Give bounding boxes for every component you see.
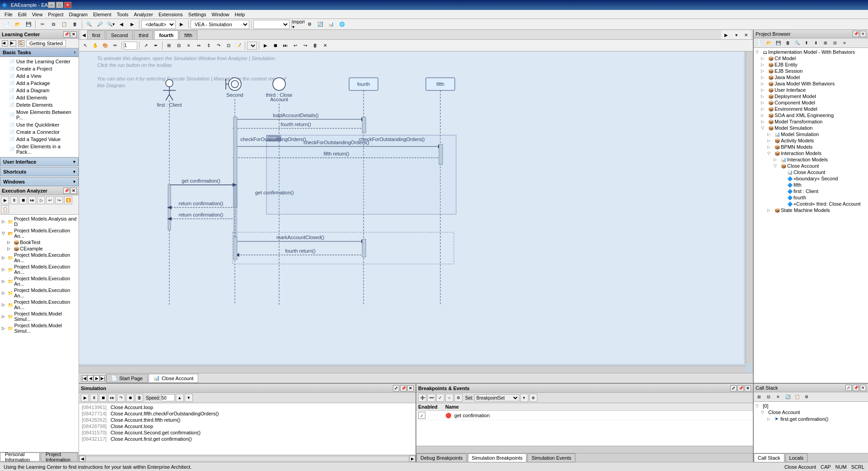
cs-tab-call-stack[interactable]: Call Stack: [754, 453, 784, 462]
pb-ui[interactable]: ▷ 📦 User Interface: [755, 87, 867, 93]
ea-tree-item-10[interactable]: ▷ 📁 Project Models.Model Simul...: [1, 322, 78, 334]
sim-row-0[interactable]: [08413961] Close Account.loop: [80, 404, 415, 410]
sim-expand-btn[interactable]: ⤢: [393, 385, 399, 391]
task-use-learning-center[interactable]: 📄Use the Learning Center: [0, 58, 79, 65]
pb-model-xform[interactable]: ▷ 📦 Model Transformation: [755, 118, 867, 125]
expand-4[interactable]: ▷: [2, 255, 7, 260]
ea-step-btn[interactable]: ⏭: [28, 196, 36, 204]
ea-tree-item-7[interactable]: ▷ 📁 Project Models.Execution An...: [1, 287, 78, 299]
vscrollbar[interactable]: [746, 52, 753, 364]
pb-expand-java[interactable]: ▷: [761, 75, 767, 80]
more-btn1[interactable]: ⚙: [304, 20, 314, 29]
pb-expand-ca[interactable]: ▽: [774, 164, 780, 168]
task-order-elements[interactable]: 📄Order Elements in a Pack...: [0, 143, 79, 155]
diag-zoom-fit-btn[interactable]: ⊡: [224, 41, 233, 50]
zoom-level-input[interactable]: [124, 42, 137, 50]
pb-deploy[interactable]: ▷ 📦 Deployment Model: [755, 93, 867, 99]
pb-expand-xform[interactable]: ▷: [761, 119, 767, 124]
pb-fourth[interactable]: 🔷 fourth: [755, 194, 867, 201]
pb-impl-model[interactable]: ▽ 🗂 Implementation Model - With Behavior…: [755, 49, 867, 55]
basic-tasks-fold[interactable]: ▾: [74, 50, 76, 55]
cs-item-0[interactable]: ▽ [0]: [755, 403, 867, 409]
diag-align-btn[interactable]: ≡: [184, 41, 193, 50]
bp-close-btn[interactable]: ✕: [745, 385, 751, 391]
expand-9[interactable]: ▷: [2, 314, 7, 319]
diag-sim-clear-btn[interactable]: 🗑: [311, 41, 320, 50]
pb-expand-env[interactable]: ▷: [761, 107, 767, 111]
save-btn[interactable]: 💾: [23, 20, 33, 29]
tab-scroll-left[interactable]: ◀: [81, 30, 87, 39]
sim-step-over-btn[interactable]: ↷: [117, 394, 125, 402]
pb-up-btn[interactable]: ⬆: [802, 39, 811, 47]
cs-btn2[interactable]: ⊟: [764, 393, 773, 401]
pb-expand-cs[interactable]: ▷: [761, 56, 767, 61]
cs-tab-locals[interactable]: Locals: [785, 453, 808, 462]
lc-fwd-btn[interactable]: ▶: [10, 40, 16, 47]
pb-expand-btn[interactable]: ⊞: [821, 39, 830, 47]
paste-btn[interactable]: 📋: [59, 20, 69, 29]
default-dropdown[interactable]: <default>: [141, 20, 176, 29]
extra-dropdown[interactable]: [253, 20, 289, 29]
pb-activity[interactable]: ▷ 📦 Activity Models: [755, 137, 867, 144]
cs-controls[interactable]: ⤢ 📌 ✕: [845, 385, 866, 391]
pb-bpmn[interactable]: ▷ 📦 BPMN Models: [755, 144, 867, 150]
ea-pin-btn[interactable]: 📌: [63, 188, 70, 194]
expand-7[interactable]: ▷: [2, 291, 7, 295]
bp-header[interactable]: Breakpoints & Events ⤢ 📌 ✕: [416, 384, 753, 393]
task-create-connector[interactable]: 📄Create a Connector: [0, 128, 79, 136]
sim-row-4[interactable]: [08431570] Close Account.Second.get conf…: [80, 429, 415, 436]
diag-pointer-btn[interactable]: ↗: [141, 41, 150, 50]
task-add-package[interactable]: 📄Add a Package: [0, 80, 79, 87]
pb-java-behaviors[interactable]: ▷ 📦 Java Model With Behaviors: [755, 80, 867, 87]
tab-third[interactable]: third: [134, 30, 153, 39]
bp-add-btn[interactable]: ➕: [418, 394, 426, 402]
task-add-diagram[interactable]: 📄Add a Diagram: [0, 87, 79, 94]
diag-space-btn[interactable]: ⇔: [194, 41, 203, 50]
sim-record-btn[interactable]: ⏺: [126, 394, 134, 402]
menu-element[interactable]: Element: [90, 11, 114, 18]
diag-note-btn[interactable]: 📝: [234, 41, 243, 50]
pb-new-btn[interactable]: 📄: [755, 39, 764, 47]
page-nav-prev[interactable]: ◀: [87, 375, 93, 382]
sim-close-btn[interactable]: ✕: [407, 385, 414, 391]
pb-third-control[interactable]: 🔷 «Control» third: Close Account: [755, 201, 867, 207]
pb-pin-btn[interactable]: 📌: [853, 31, 859, 37]
pb-expand-sim[interactable]: ▽: [761, 126, 767, 130]
tab-close-btn[interactable]: ✕: [741, 30, 751, 39]
tab-menu-btn[interactable]: ▾: [731, 30, 741, 39]
expand-5[interactable]: ▷: [2, 267, 7, 272]
menu-view[interactable]: View: [29, 11, 46, 18]
diag-close-btn[interactable]: ✕: [321, 41, 330, 50]
page-nav-first[interactable]: |◀: [81, 375, 87, 382]
task-add-tagged-value[interactable]: 📄Add a Tagged Value: [0, 136, 79, 143]
pb-controls[interactable]: 📌 ✕: [853, 31, 866, 37]
zoom-out-btn[interactable]: 🔎: [95, 20, 105, 29]
pb-header[interactable]: Project Browser 📌 ✕: [754, 30, 868, 38]
sim-pause-btn[interactable]: ⏸: [90, 394, 98, 402]
diag-sim-btn2[interactable]: ⏹: [271, 41, 280, 50]
menu-tools[interactable]: Tools: [114, 11, 131, 18]
more-btn2[interactable]: 🔄: [315, 20, 325, 29]
bp-row-0[interactable]: 🔴 get confirmation: [416, 411, 753, 420]
pb-expand-ui[interactable]: ▷: [761, 88, 767, 92]
pb-expand-javab[interactable]: ▷: [761, 81, 767, 86]
bp-set-select[interactable]: BreakpointSet: [474, 394, 519, 401]
tab-fifth[interactable]: fifth: [179, 30, 197, 39]
ui-section[interactable]: User Interface ▾: [0, 157, 79, 166]
diag-sim-btn4[interactable]: ↩: [291, 41, 300, 50]
pb-collapse-btn[interactable]: ⊟: [831, 39, 840, 47]
page-tab-start[interactable]: 📄 Start Page: [106, 374, 148, 383]
cs-expand-0[interactable]: ▽: [756, 404, 762, 408]
expand-3[interactable]: ▷: [7, 246, 13, 251]
cs-close-btn[interactable]: ✕: [860, 385, 866, 391]
cs-btn3[interactable]: ✕: [774, 393, 783, 401]
sim-row-5[interactable]: [08432117] Close Account.first.get confi…: [80, 436, 415, 442]
bp-controls[interactable]: ⤢ 📌 ✕: [730, 385, 751, 391]
lc-controls[interactable]: 📌 ✕: [63, 31, 77, 38]
pb-close-account[interactable]: ▽ 📦 Close Account: [755, 163, 867, 169]
project-info-tab[interactable]: Project Information: [41, 452, 78, 462]
menu-diagram[interactable]: Diagram: [66, 11, 91, 18]
bp-pin-btn[interactable]: 📌: [737, 385, 744, 391]
pb-expand-sm[interactable]: ▷: [767, 208, 774, 212]
bp-tab-debug[interactable]: Debug Breakpoints: [416, 453, 467, 462]
